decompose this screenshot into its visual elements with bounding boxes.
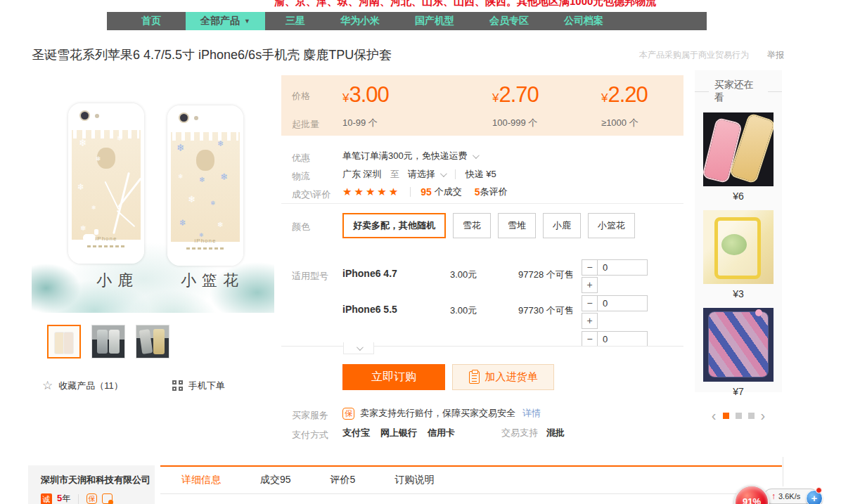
color-options: 好卖多配，其他随机 雪花 雪堆 小鹿 小篮花 xyxy=(342,213,635,238)
shipping-promo-marquee: 渝、京、津、琼、河南、河北、山东、山西、陕西。其他地区满1000元包德邦物流 xyxy=(274,0,656,8)
chevron-down-icon: ▼ xyxy=(244,18,250,25)
tab-reviews[interactable]: 评价5 xyxy=(330,474,356,486)
nav-item-home[interactable]: 首页 xyxy=(127,12,176,30)
pager-dot-3[interactable] xyxy=(748,413,755,419)
company-panel: 深圳市天润和科技有限公司 诚 5年 保 xyxy=(28,465,155,504)
chevron-down-icon xyxy=(473,152,480,159)
related-product-3-image[interactable] xyxy=(703,308,774,382)
deal-rating-label: 成交\评价 xyxy=(292,188,331,201)
quantity-input[interactable] xyxy=(598,259,648,276)
page-title: 圣诞雪花系列苹果6 4.7/5.5寸 iPhone6/6s手机壳 麋鹿TPU保护… xyxy=(32,46,392,63)
snowflake-icon: ❄ xyxy=(220,172,228,181)
star-rating-icons: ★★★★★ xyxy=(342,186,400,198)
phone-case-deer: ❄ ❄ ❄ ❄ ❄ ❄ iPhone xyxy=(68,103,144,264)
tab-deals[interactable]: 成交95 xyxy=(260,474,291,486)
upload-arrow-icon: ↑ xyxy=(771,491,776,501)
snowflake-icon: ❄ xyxy=(79,138,87,148)
minus-button[interactable]: − xyxy=(582,259,598,276)
related-product-1: ¥6 xyxy=(695,112,782,202)
promo-row[interactable]: 单笔订单满300元，免快递运费 xyxy=(342,150,477,162)
network-speed: 3.6K/s xyxy=(778,492,800,500)
case-brand-text: iPhone xyxy=(171,238,240,244)
nav-item-members[interactable]: 会员专区 xyxy=(475,12,544,30)
buyer-service-row: 保 卖家支持先行赔付，保障买家交易安全 详情 xyxy=(342,407,541,420)
snowflake-icon: ❄ xyxy=(210,200,216,207)
deal-rating-row: ★★★★★ 95 个成交 5 条评价 xyxy=(342,186,508,198)
product-main-image[interactable]: ❄ ❄ ❄ ❄ ❄ ❄ iPhone ❄ ❄ ❄ ❄ ❄ ❄ ❄ ❄ ❄ ❄ xyxy=(32,70,274,313)
promo-label: 优惠 xyxy=(292,152,310,164)
color-option-deer[interactable]: 小鹿 xyxy=(543,213,581,238)
nav-item-all-products[interactable]: 全部产品 ▼ xyxy=(186,12,265,30)
order-now-button[interactable]: 立即订购 xyxy=(342,364,445,390)
pager-dot-2[interactable] xyxy=(736,413,742,419)
nav-item-huawei-xiaomi[interactable]: 华为小米 xyxy=(326,12,394,30)
payment-alipay: 支付宝 xyxy=(342,427,370,439)
color-option-basket[interactable]: 小篮花 xyxy=(588,213,635,238)
minus-button[interactable]: − xyxy=(582,331,598,347)
favorite-star-icon: ☆ xyxy=(42,378,53,393)
nav-item-company[interactable]: 公司档案 xyxy=(549,12,618,30)
snowflake-icon: ❄ xyxy=(217,140,224,148)
next-arrow-icon[interactable]: › xyxy=(761,408,766,422)
color-option-random[interactable]: 好卖多配，其他随机 xyxy=(342,213,446,238)
destination-select[interactable]: 请选择 xyxy=(408,168,435,181)
model-row-3: − xyxy=(342,330,683,347)
payment-netbank: 网上银行 xyxy=(380,427,417,439)
nav-item-domestic[interactable]: 国产机型 xyxy=(400,12,469,30)
express-fee: 快递 ¥5 xyxy=(466,168,496,181)
thumbnail-1[interactable] xyxy=(47,325,81,358)
thumbnail-3[interactable] xyxy=(136,325,169,358)
trade-support-label: 交易支持 xyxy=(501,427,538,439)
tab-order-notes[interactable]: 订购说明 xyxy=(394,474,434,486)
mobile-order-button[interactable]: 手机下单 xyxy=(188,380,225,392)
related-products-sidebar: 买家还在看 ¥6 ¥3 ¥7 ‹ › xyxy=(695,70,782,392)
deals-count[interactable]: 95 xyxy=(421,186,432,198)
expand-models-button[interactable] xyxy=(343,342,374,354)
pager-dot-1[interactable] xyxy=(723,413,729,419)
ship-from: 广东 深圳 xyxy=(342,168,382,181)
favorite-button[interactable]: 收藏产品（11） xyxy=(58,380,123,392)
tab-detail-info[interactable]: 详细信息 xyxy=(181,474,221,486)
moq-tier-2: 100-999 个 xyxy=(492,117,537,129)
moq-tier-1: 10-99 个 xyxy=(342,117,378,129)
phone-case-snowflakes: ❄ ❄ ❄ ❄ ❄ ❄ ❄ ❄ ❄ ❄ iPhone xyxy=(167,105,243,266)
related-product-1-image[interactable] xyxy=(703,112,774,186)
snowflake-icon: ❄ xyxy=(199,176,205,183)
price-tier-2: ¥2.70 xyxy=(492,82,539,108)
integrity-icon: 诚 xyxy=(41,493,52,504)
sidebar-pagination: ‹ › xyxy=(695,408,782,422)
model-row-1: iPhone6 4.7 3.00元 97728 个可售 − + xyxy=(342,258,683,293)
related-product-2-image[interactable] xyxy=(703,210,774,284)
snowflake-icon: ❄ xyxy=(177,143,185,153)
camera-icon xyxy=(81,112,89,119)
detail-tabs: 详细信息 成交95 评价5 订购说明 xyxy=(160,465,782,494)
color-option-snowpile[interactable]: 雪堆 xyxy=(498,213,536,238)
payment-creditcard: 信用卡 xyxy=(428,427,455,439)
snowflake-icon: ❄ xyxy=(179,219,186,227)
case-label-basket: 小篮花 xyxy=(181,270,244,291)
company-name[interactable]: 深圳市天润和科技有限公司 xyxy=(41,474,155,486)
add-to-cart-button[interactable]: 加入进货单 xyxy=(452,364,554,390)
certificate-icon xyxy=(102,493,113,504)
color-option-snowflake[interactable]: 雪花 xyxy=(453,213,491,238)
minus-button[interactable]: − xyxy=(582,295,598,311)
moq-label: 起批量 xyxy=(292,118,319,131)
nav-item-samsung[interactable]: 三星 xyxy=(271,12,320,30)
case-label-deer: 小鹿 xyxy=(96,270,139,291)
report-link[interactable]: 举报 xyxy=(767,49,784,61)
plus-button[interactable]: + xyxy=(582,313,598,329)
service-details-link[interactable]: 详情 xyxy=(522,407,541,420)
quantity-input[interactable] xyxy=(598,295,648,311)
thumbnail-2[interactable] xyxy=(91,325,125,358)
snowflake-icon: ❄ xyxy=(178,174,184,180)
quantity-input[interactable] xyxy=(598,331,648,347)
model-selection: 适用型号 iPhone6 4.7 3.00元 97728 个可售 − + iPh… xyxy=(281,254,683,347)
main-navbar: 首页 全部产品 ▼ 三星 华为小米 国产机型 会员专区 公司档案 xyxy=(107,12,707,30)
qr-code-icon xyxy=(172,380,183,391)
model-label: 适用型号 xyxy=(292,270,328,283)
plus-button[interactable]: + xyxy=(582,277,598,293)
prev-arrow-icon[interactable]: ‹ xyxy=(712,408,717,422)
reviews-count[interactable]: 5 xyxy=(475,186,480,198)
snowflake-icon: ❄ xyxy=(117,135,122,142)
snowflake-icon: ❄ xyxy=(77,183,84,191)
